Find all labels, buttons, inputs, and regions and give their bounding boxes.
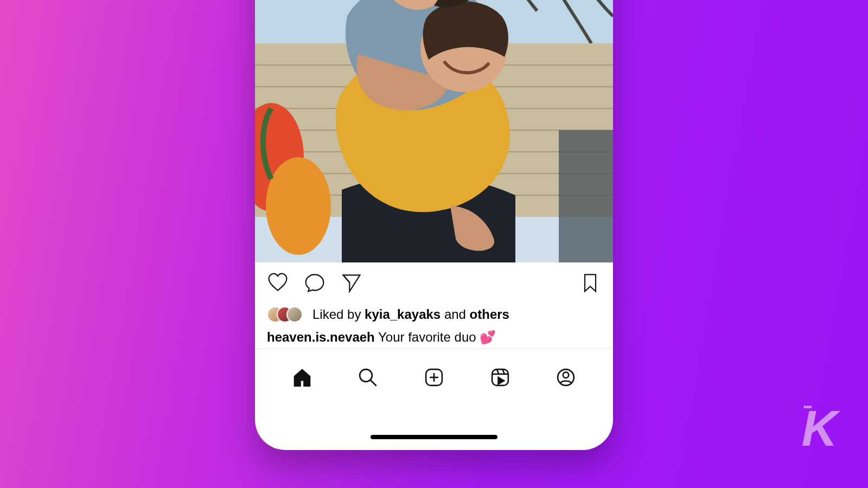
nav-search[interactable] — [355, 365, 380, 390]
svg-point-22 — [360, 369, 373, 382]
liked-by-others[interactable]: others — [470, 307, 509, 322]
divider — [255, 348, 613, 349]
home-icon — [291, 366, 314, 389]
bookmark-icon — [579, 272, 601, 293]
likes-row[interactable]: Liked by kyia_kayaks and others — [255, 304, 613, 324]
save-button[interactable] — [579, 272, 601, 293]
nav-home[interactable] — [290, 365, 315, 390]
send-icon — [341, 272, 362, 293]
comment-icon — [304, 272, 326, 293]
profile-icon — [554, 366, 577, 389]
caption-text: Your favorite duo — [378, 330, 476, 344]
nav-create[interactable] — [422, 365, 446, 390]
phone-frame: Liked by kyia_kayaks and others heaven.i… — [255, 0, 613, 450]
svg-point-17 — [266, 157, 331, 255]
comment-button[interactable] — [304, 272, 326, 293]
svg-line-21 — [343, 275, 350, 282]
like-button[interactable] — [267, 272, 289, 293]
liked-by-middle: and — [444, 307, 466, 322]
reels-icon — [489, 366, 512, 389]
caption-emoji: 💕 — [480, 330, 496, 344]
liked-by-prefix: Liked by — [312, 307, 361, 322]
stage-background: Liked by kyia_kayaks and others heaven.i… — [0, 0, 868, 488]
svg-rect-20 — [559, 130, 613, 262]
liked-by-user[interactable]: kyia_kayaks — [365, 307, 441, 322]
plus-square-icon — [423, 366, 445, 389]
svg-line-23 — [371, 380, 377, 386]
bottom-nav — [255, 358, 613, 401]
watermark: ∙∙∙ K — [802, 403, 835, 450]
nav-reels[interactable] — [488, 365, 513, 390]
home-indicator — [371, 435, 497, 439]
caption-row[interactable]: heaven.is.nevaeh Your favorite duo 💕 — [255, 328, 613, 347]
caption-username[interactable]: heaven.is.nevaeh — [267, 330, 375, 344]
share-button[interactable] — [341, 272, 362, 293]
likes-text: Liked by kyia_kayaks and others — [312, 306, 509, 323]
liker-avatar — [286, 306, 303, 323]
watermark-letter: K — [802, 407, 835, 450]
liker-avatars — [267, 305, 306, 324]
svg-point-32 — [563, 372, 569, 378]
post-action-row — [255, 262, 613, 297]
post-image[interactable] — [255, 0, 613, 262]
search-icon — [356, 366, 379, 389]
heart-icon — [267, 272, 289, 293]
nav-profile[interactable] — [553, 365, 578, 390]
